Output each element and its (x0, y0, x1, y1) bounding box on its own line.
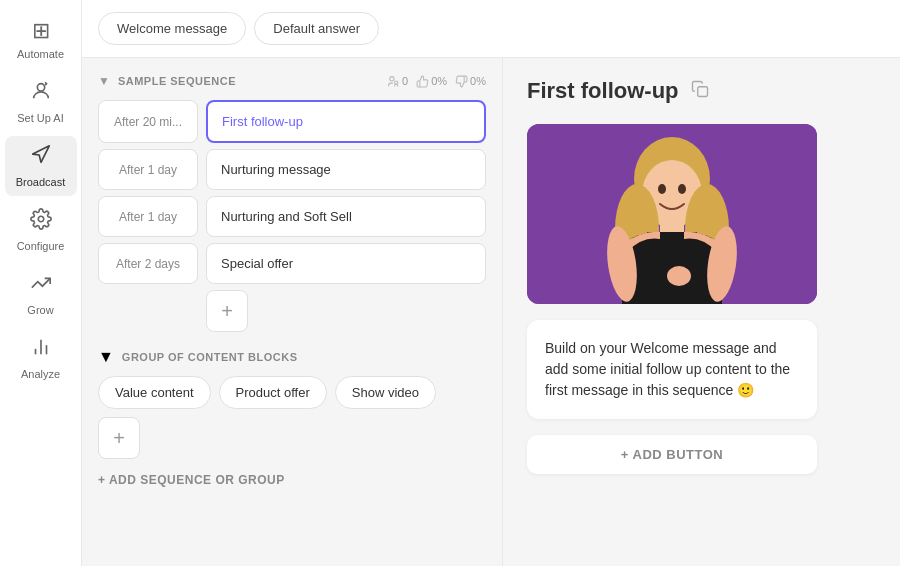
preview-image (527, 124, 817, 304)
block-value-content[interactable]: Value content (98, 376, 211, 409)
add-block-row: + (98, 417, 486, 459)
add-button-row[interactable]: + ADD BUTTON (527, 435, 817, 474)
seq-row-2: After 1 day Nurturing and Soft Sell (98, 196, 486, 237)
seq-row-1: After 1 day Nurturing message (98, 149, 486, 190)
sidebar-label-analyze: Analyze (21, 368, 60, 380)
sequence-header: ▼ SAMPLE SEQUENCE 0 0% 0% (98, 74, 486, 88)
stat-users: 0 (387, 75, 408, 88)
setup-ai-icon (30, 80, 52, 108)
grow-icon (30, 272, 52, 300)
seq-message-3[interactable]: Special offer (206, 243, 486, 284)
seq-delay-0: After 20 mi... (98, 100, 198, 143)
sidebar-label-automate: Automate (17, 48, 64, 60)
broadcast-icon (30, 144, 52, 172)
sidebar-item-analyze[interactable]: Analyze (5, 328, 77, 388)
sequence-stats: 0 0% 0% (387, 75, 486, 88)
svg-point-0 (37, 84, 44, 91)
seq-row-3: After 2 days Special offer (98, 243, 486, 284)
group-title: GROUP OF CONTENT BLOCKS (122, 351, 298, 363)
svg-point-1 (38, 216, 44, 222)
content-area: ▼ SAMPLE SEQUENCE 0 0% 0% (82, 58, 900, 566)
preview-header: First follow-up (527, 78, 876, 104)
add-seq-label: + ADD SEQUENCE OR GROUP (98, 473, 285, 487)
svg-point-5 (390, 76, 394, 80)
seq-message-0[interactable]: First follow-up (206, 100, 486, 143)
stat-thumbup: 0% (416, 75, 447, 88)
collapse-arrow[interactable]: ▼ (98, 74, 110, 88)
sidebar-label-configure: Configure (17, 240, 65, 252)
configure-icon (30, 208, 52, 236)
copy-icon[interactable] (691, 80, 709, 102)
add-sequence-button[interactable]: + ADD SEQUENCE OR GROUP (98, 473, 486, 487)
add-message-button[interactable]: + (206, 290, 248, 332)
content-blocks-row: Value content Product offer Show video (98, 376, 486, 409)
svg-point-18 (658, 184, 666, 194)
stat-thumbdown: 0% (455, 75, 486, 88)
add-button-label: + ADD BUTTON (621, 447, 723, 462)
top-tabs: Welcome message Default answer (82, 0, 900, 58)
svg-point-17 (667, 266, 691, 286)
add-message-row: + (98, 290, 486, 332)
seq-row-0: After 20 mi... First follow-up (98, 100, 486, 143)
group-collapse-arrow[interactable]: ▼ (98, 348, 114, 366)
preview-message-card: Build on your Welcome message and add so… (527, 320, 817, 419)
analyze-icon (30, 336, 52, 364)
automate-icon: ⊞ (32, 18, 50, 44)
group-header: ▼ GROUP OF CONTENT BLOCKS (98, 348, 486, 366)
block-show-video[interactable]: Show video (335, 376, 436, 409)
group-section: ▼ GROUP OF CONTENT BLOCKS Value content … (98, 348, 486, 459)
svg-rect-7 (697, 87, 707, 97)
sidebar-label-broadcast: Broadcast (16, 176, 66, 188)
block-product-offer[interactable]: Product offer (219, 376, 327, 409)
sidebar: ⊞ Automate Set Up AI Broadcast Configure (0, 0, 82, 566)
sequence-title: SAMPLE SEQUENCE (118, 75, 236, 87)
seq-message-1[interactable]: Nurturing message (206, 149, 486, 190)
sidebar-label-grow: Grow (27, 304, 53, 316)
sidebar-item-automate[interactable]: ⊞ Automate (5, 10, 77, 68)
sidebar-item-configure[interactable]: Configure (5, 200, 77, 260)
seq-delay-1: After 1 day (98, 149, 198, 190)
preview-panel: First follow-up (502, 58, 900, 566)
sequence-panel: ▼ SAMPLE SEQUENCE 0 0% 0% (82, 58, 502, 566)
seq-delay-3: After 2 days (98, 243, 198, 284)
sidebar-item-broadcast[interactable]: Broadcast (5, 136, 77, 196)
preview-title: First follow-up (527, 78, 679, 104)
main-area: Welcome message Default answer ▼ SAMPLE … (82, 0, 900, 566)
sidebar-item-setup-ai[interactable]: Set Up AI (5, 72, 77, 132)
tab-welcome[interactable]: Welcome message (98, 12, 246, 45)
seq-delay-2: After 1 day (98, 196, 198, 237)
seq-message-2[interactable]: Nurturing and Soft Sell (206, 196, 486, 237)
tab-default[interactable]: Default answer (254, 12, 379, 45)
sidebar-label-setup-ai: Set Up AI (17, 112, 63, 124)
svg-point-19 (678, 184, 686, 194)
sidebar-item-grow[interactable]: Grow (5, 264, 77, 324)
add-block-button[interactable]: + (98, 417, 140, 459)
preview-message-text: Build on your Welcome message and add so… (545, 340, 790, 398)
